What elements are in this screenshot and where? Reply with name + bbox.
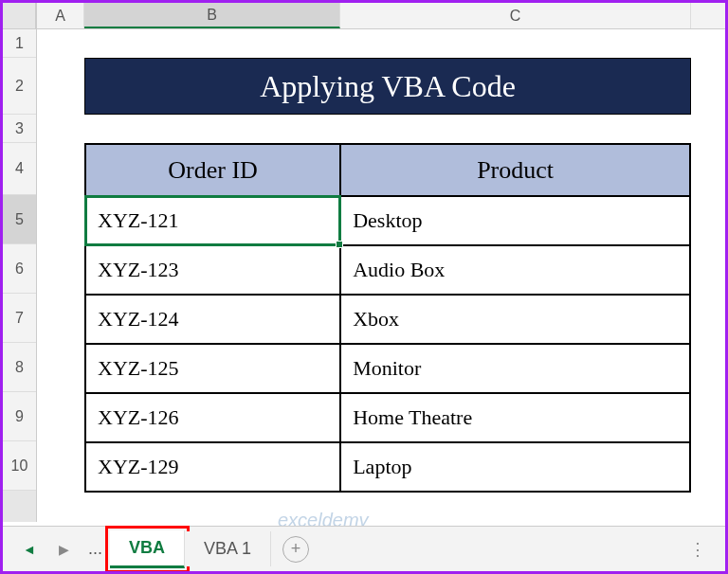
tab-vba-1[interactable]: VBA 1 — [185, 531, 271, 566]
select-all-corner[interactable] — [3, 3, 36, 29]
col-header-c[interactable]: C — [340, 3, 691, 28]
cell-b7[interactable]: XYZ-124 — [85, 295, 340, 344]
table-row: XYZ-126 Home Theatre — [85, 393, 690, 442]
cell-c6[interactable]: Audio Box — [340, 245, 690, 295]
row-header-9[interactable]: 9 — [3, 392, 36, 441]
row-header-7[interactable]: 7 — [3, 294, 36, 343]
add-sheet-icon[interactable]: + — [282, 536, 309, 563]
cell-b9[interactable]: XYZ-126 — [85, 393, 340, 442]
next-sheet-icon[interactable]: ▶ — [52, 538, 75, 561]
row-header-10[interactable]: 10 — [3, 441, 36, 491]
prev-sheet-icon[interactable]: ◄ — [18, 538, 41, 561]
cell-c8[interactable]: Monitor — [340, 344, 690, 393]
table-row: XYZ-123 Audio Box — [85, 245, 690, 295]
row-header-8[interactable]: 8 — [3, 343, 36, 392]
table-row: XYZ-129 Laptop — [85, 442, 690, 492]
table-row: XYZ-121 Desktop — [85, 196, 690, 245]
header-product[interactable]: Product — [340, 144, 690, 196]
row-header-1[interactable]: 1 — [3, 29, 36, 58]
row-header-2[interactable]: 2 — [3, 58, 36, 115]
tab-vba[interactable]: VBA — [110, 530, 185, 568]
cell-b5[interactable]: XYZ-121 — [85, 196, 340, 245]
spreadsheet-grid: 1 2 3 4 5 6 7 8 9 10 A B C Applying VBA … — [3, 3, 725, 522]
cell-b8[interactable]: XYZ-125 — [85, 344, 340, 393]
cell-b6[interactable]: XYZ-123 — [85, 245, 340, 295]
title-cell[interactable]: Applying VBA Code — [84, 58, 691, 115]
row-header-3[interactable]: 3 — [3, 115, 36, 143]
row-header-4[interactable]: 4 — [3, 143, 36, 195]
col-header-a[interactable]: A — [37, 3, 84, 28]
fill-handle[interactable] — [336, 241, 343, 248]
cell-b10[interactable]: XYZ-129 — [85, 442, 340, 492]
cell-c10[interactable]: Laptop — [340, 442, 690, 492]
header-order-id[interactable]: Order ID — [85, 144, 340, 196]
tab-menu-icon[interactable]: ⋮ — [680, 539, 716, 560]
cell-c9[interactable]: Home Theatre — [340, 393, 690, 442]
row-headers: 1 2 3 4 5 6 7 8 9 10 — [3, 3, 37, 522]
data-table: Order ID Product XYZ-121 Desktop XYZ-123… — [84, 143, 691, 493]
cell-c5[interactable]: Desktop — [340, 196, 690, 245]
row-header-6[interactable]: 6 — [3, 244, 36, 294]
sheet-tabs-bar: ◄ ▶ ... VBA VBA 1 + ⋮ — [3, 526, 725, 571]
table-row: XYZ-124 Xbox — [85, 295, 690, 344]
row-header-5[interactable]: 5 — [3, 195, 36, 244]
col-header-b[interactable]: B — [84, 3, 340, 28]
cell-c7[interactable]: Xbox — [340, 295, 690, 344]
column-headers: A B C — [37, 3, 725, 29]
table-row: XYZ-125 Monitor — [85, 344, 690, 393]
sheet-ellipsis[interactable]: ... — [88, 539, 102, 559]
